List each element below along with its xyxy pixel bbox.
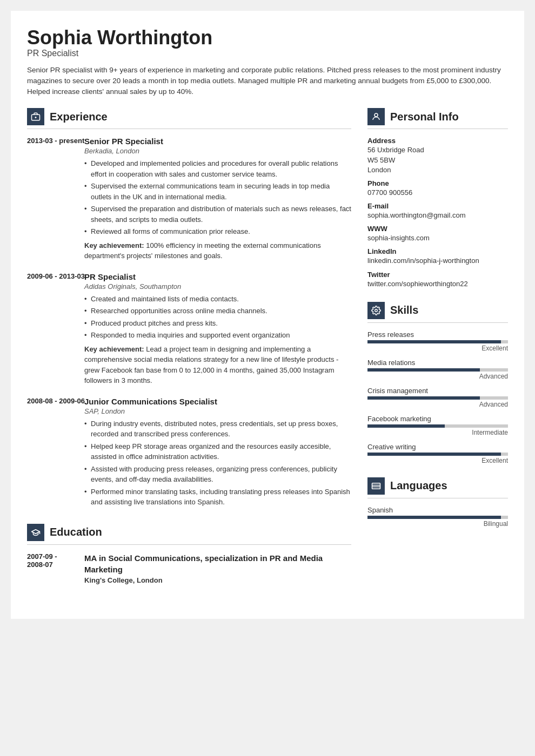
experience-icon: [27, 108, 44, 125]
skill-bar-bg-2: [367, 396, 508, 400]
pi-twitter-block: Twitter twitter.com/sophieworthington22: [367, 271, 508, 289]
personal-info-icon: [367, 108, 385, 125]
skill-bar-bg-1: [367, 368, 508, 372]
candidate-name: Sophia Worthington: [27, 27, 508, 49]
exp-company-3: SAP, London: [84, 407, 351, 415]
skill-item-2: Crisis management Advanced: [367, 387, 508, 408]
pi-address-block: Address 56 Uxbridge RoadW5 5BWLondon: [367, 137, 508, 175]
edu-school-1: King's College, London: [84, 576, 351, 584]
pi-phone-label: Phone: [367, 179, 508, 187]
skill-level-2: Advanced: [367, 401, 508, 408]
exp-bullets-1: Developed and implemented policies and p…: [84, 158, 351, 237]
pi-linkedin-value: linkedin.com/in/sophia-j-worthington: [367, 256, 508, 266]
exp-bullet: Produced product pitches and press kits.: [84, 318, 351, 329]
skill-bar-fill-2: [367, 396, 480, 400]
left-column: Experience 2013-03 - present Senior PR S…: [27, 108, 351, 597]
skill-level-3: Intermediate: [367, 429, 508, 436]
edu-degree-1: MA in Social Communications, specializat…: [84, 552, 351, 575]
skill-bar-bg-0: [367, 340, 508, 343]
exp-dates-3: 2008-08 - 2009-06: [27, 397, 76, 511]
pi-email-label: E-mail: [367, 202, 508, 210]
personal-info-section: Personal Info Address 56 Uxbridge RoadW5…: [367, 108, 508, 289]
exp-entry-1: 2013-03 - present Senior PR Specialist B…: [27, 137, 351, 261]
exp-bullet: Helped keep PR storage areas organized a…: [84, 441, 351, 462]
exp-job-title-3: Junior Communications Specialist: [84, 397, 351, 406]
exp-bullet: Supervised the external communications t…: [84, 181, 351, 202]
skill-bar-fill-0: [367, 340, 501, 343]
exp-bullet: Performed minor translating tasks, inclu…: [84, 487, 351, 508]
pi-www-value: sophia-insights.com: [367, 233, 508, 243]
exp-entry-2: 2009-06 - 2013-03 PR Specialist Adidas O…: [27, 272, 351, 386]
lang-item-0: Spanish Bilingual: [367, 506, 508, 528]
skill-name-3: Facebook marketing: [367, 415, 508, 423]
skills-section-header: Skills: [367, 302, 508, 323]
pi-linkedin-label: LinkedIn: [367, 247, 508, 255]
personal-info-header: Personal Info: [367, 108, 508, 129]
exp-job-title-1: Senior PR Specialist: [84, 137, 351, 146]
education-section-header: Education: [27, 524, 351, 545]
education-icon: [27, 524, 44, 541]
exp-entry-3: 2008-08 - 2009-06 Junior Communications …: [27, 397, 351, 511]
lang-bar-bg-0: [367, 516, 508, 519]
edu-entry-1: 2007-09 - 2008-07 MA in Social Communica…: [27, 552, 351, 584]
exp-bullet: Assisted with producing press releases, …: [84, 464, 351, 485]
skills-title: Skills: [390, 304, 418, 316]
exp-content-1: Senior PR Specialist Berkadia, London De…: [84, 137, 351, 261]
exp-achievement-1: Key achievement: 100% efficiency in meet…: [84, 240, 351, 261]
education-section: Education 2007-09 - 2008-07 MA in Social…: [27, 524, 351, 584]
pi-email-block: E-mail sophia.worthington@gmail.com: [367, 202, 508, 220]
skill-name-0: Press releases: [367, 330, 508, 339]
skill-name-2: Crisis management: [367, 387, 508, 395]
skill-name-4: Creative writing: [367, 443, 508, 451]
exp-dates-2: 2009-06 - 2013-03: [27, 272, 76, 386]
exp-bullet: Responded to media inquiries and support…: [84, 330, 351, 341]
skill-bar-bg-4: [367, 453, 508, 456]
skill-bar-fill-1: [367, 368, 480, 372]
lang-bar-fill-0: [367, 516, 501, 519]
pi-twitter-value: twitter.com/sophieworthington22: [367, 279, 508, 289]
experience-title: Experience: [50, 111, 108, 123]
pi-address-value: 56 Uxbridge RoadW5 5BWLondon: [367, 145, 508, 175]
languages-section: Languages Spanish Bilingual: [367, 477, 508, 528]
resume-header: Sophia Worthington PR Specialist Senior …: [27, 27, 508, 97]
lang-level-0: Bilingual: [367, 520, 508, 528]
languages-section-header: Languages: [367, 477, 508, 498]
skills-section: Skills Press releases Excellent Media re…: [367, 302, 508, 464]
exp-bullet: Created and maintained lists of media co…: [84, 294, 351, 305]
pi-linkedin-block: LinkedIn linkedin.com/in/sophia-j-worthi…: [367, 247, 508, 266]
experience-section: Experience 2013-03 - present Senior PR S…: [27, 108, 351, 511]
pi-twitter-label: Twitter: [367, 271, 508, 279]
main-layout: Experience 2013-03 - present Senior PR S…: [27, 108, 508, 597]
education-title: Education: [50, 526, 102, 538]
candidate-title: PR Specialist: [27, 49, 508, 58]
personal-info-title: Personal Info: [390, 111, 459, 123]
exp-bullet: Reviewed all forms of communication prio…: [84, 226, 351, 237]
edu-content-1: MA in Social Communications, specializat…: [84, 552, 351, 584]
svg-rect-5: [372, 483, 380, 489]
pi-www-label: WWW: [367, 225, 508, 233]
pi-www-block: WWW sophia-insights.com: [367, 225, 508, 243]
skill-level-0: Excellent: [367, 345, 508, 352]
skill-item-4: Creative writing Excellent: [367, 443, 508, 464]
resume-container: Sophia Worthington PR Specialist Senior …: [11, 11, 524, 619]
pi-address-label: Address: [367, 137, 508, 145]
skill-item-1: Media relations Advanced: [367, 359, 508, 380]
pi-phone-value: 07700 900556: [367, 188, 508, 198]
skill-bar-bg-3: [367, 424, 508, 428]
edu-dates-1: 2007-09 - 2008-07: [27, 552, 76, 584]
pi-phone-block: Phone 07700 900556: [367, 179, 508, 198]
exp-bullet: Supervised the preparation and distribut…: [84, 204, 351, 225]
exp-bullet: Researched opportunities across online m…: [84, 306, 351, 316]
exp-company-1: Berkadia, London: [84, 147, 351, 155]
exp-content-2: PR Specialist Adidas Originals, Southamp…: [84, 272, 351, 386]
skill-item-3: Facebook marketing Intermediate: [367, 415, 508, 436]
lang-name-0: Spanish: [367, 506, 508, 514]
skills-icon: [367, 302, 385, 319]
svg-point-4: [375, 309, 378, 312]
exp-bullet: During industry events, distributed note…: [84, 418, 351, 440]
exp-dates-1: 2013-03 - present: [27, 137, 76, 261]
languages-icon: [367, 477, 385, 495]
skill-name-1: Media relations: [367, 359, 508, 367]
exp-job-title-2: PR Specialist: [84, 272, 351, 281]
exp-bullet: Developed and implemented policies and p…: [84, 158, 351, 179]
